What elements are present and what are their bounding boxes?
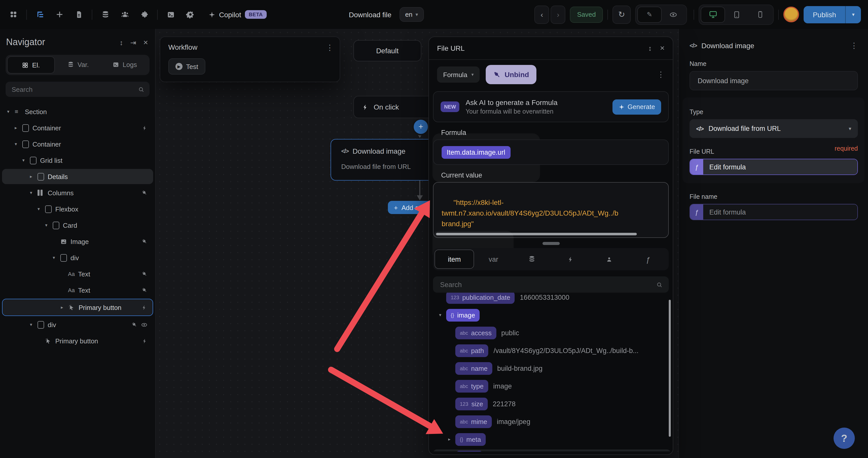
action-node-download-image[interactable]: </> Download image Download file from UR… xyxy=(331,139,436,181)
tree-row-container[interactable]: ▾ Container xyxy=(2,136,153,152)
apps-grid-icon[interactable] xyxy=(7,8,19,21)
caret-down-icon[interactable]: ▾ xyxy=(45,223,53,228)
resize-drag-handle[interactable] xyxy=(542,242,559,245)
tree-row-details[interactable]: ▸ Details xyxy=(2,169,153,184)
navigator-search-input[interactable] xyxy=(11,85,138,94)
redo-button[interactable]: › xyxy=(551,5,565,24)
add-step-plus-button[interactable]: + xyxy=(412,118,429,135)
tree-row-div[interactable]: ▾ div xyxy=(2,250,153,265)
panel-menu-kebab-icon[interactable]: ⋮ xyxy=(657,70,665,79)
collaborators-icon[interactable] xyxy=(119,8,131,21)
edit-mode-pencil-button[interactable]: ✎ xyxy=(637,6,662,23)
file-url-binding-panel: File URL ↕ × Formula ▾ Unbind ⋮ NEW Ask … xyxy=(428,36,673,455)
mobile-breakpoint-button[interactable] xyxy=(748,7,772,22)
caret-right-icon[interactable]: ▸ xyxy=(448,437,455,442)
caret-down-icon[interactable]: ▾ xyxy=(30,190,37,195)
caret-down-icon[interactable]: ▾ xyxy=(439,312,446,317)
test-workflow-button[interactable]: ▶ Test xyxy=(168,58,205,74)
tree-row-text[interactable]: Aa Text xyxy=(2,266,153,281)
tab-var[interactable]: var xyxy=(474,250,513,268)
caret-right-icon[interactable]: ▸ xyxy=(30,174,37,179)
data-row-access[interactable]: abcaccess public xyxy=(433,325,671,340)
data-row-image[interactable]: ▾ {}image xyxy=(433,307,671,323)
tree-row-primary-button-selected[interactable]: ▸ Primary button xyxy=(2,299,153,316)
close-icon[interactable]: × xyxy=(143,38,148,47)
caret-right-icon[interactable]: ▸ xyxy=(15,125,22,130)
data-row-type[interactable]: abctype image xyxy=(433,378,671,394)
binding-mode-dropdown[interactable]: Formula ▾ xyxy=(437,66,479,83)
tree-row-image[interactable]: Image xyxy=(2,234,153,249)
undo-button[interactable]: ‹ xyxy=(534,5,549,24)
user-avatar[interactable] xyxy=(783,7,799,22)
copilot-menu[interactable]: Copilot BETA xyxy=(208,10,267,19)
tree-row-grid-list[interactable]: ▾ Grid list xyxy=(2,153,153,168)
terminal-icon[interactable] xyxy=(165,8,177,21)
save-status-button[interactable]: Saved xyxy=(570,6,603,23)
navigator-tree-icon[interactable] xyxy=(34,8,46,21)
chevron-down-icon: ▾ xyxy=(471,72,473,77)
dock-right-icon[interactable]: ⇥ xyxy=(130,38,136,47)
tree-row-card[interactable]: ▾ Card xyxy=(2,218,153,233)
data-row-name[interactable]: abcname build-brand.jpg xyxy=(433,361,671,376)
sync-refresh-button[interactable]: ↻ xyxy=(613,5,631,24)
tree-row-primary-button[interactable]: Primary button xyxy=(2,333,153,348)
settings-gear-icon[interactable] xyxy=(184,8,196,21)
caret-down-icon[interactable]: ▾ xyxy=(22,158,30,163)
expand-collapse-icon[interactable]: ↕ xyxy=(648,44,652,52)
formula-editor[interactable]: Item.data.image.url xyxy=(433,140,669,165)
action-name-input[interactable] xyxy=(696,76,851,85)
tab-variables[interactable]: Var. xyxy=(55,56,101,72)
tree-row-columns[interactable]: ▾ Columns xyxy=(2,185,153,200)
help-button[interactable]: ? xyxy=(834,428,855,449)
caret-right-icon[interactable]: ▸ xyxy=(61,305,68,310)
tab-data-sources[interactable] xyxy=(513,250,551,268)
pages-icon[interactable] xyxy=(72,8,85,21)
caret-down-icon[interactable]: ▾ xyxy=(30,322,37,327)
inspector-menu-kebab-icon[interactable]: ⋮ xyxy=(850,41,858,50)
desktop-breakpoint-button[interactable] xyxy=(701,6,725,23)
vertical-scrollbar[interactable] xyxy=(669,300,671,437)
caret-down-icon[interactable]: ▾ xyxy=(15,142,22,147)
text-icon: Aa xyxy=(68,287,78,293)
data-sources-icon[interactable] xyxy=(99,8,112,21)
data-row-url[interactable]: abcurl https://x8ki-letl-twmt.n7.xano.io… xyxy=(433,449,671,451)
data-row-size[interactable]: 123size 221278 xyxy=(433,396,671,411)
publish-dropdown-chevron[interactable]: ▾ xyxy=(845,6,861,23)
expand-collapse-icon[interactable]: ↕ xyxy=(120,38,123,47)
data-row-mime[interactable]: abcmime image/jpeg xyxy=(433,414,671,429)
tab-workflows[interactable] xyxy=(551,250,590,268)
tree-row-flexbox[interactable]: ▾ Flexbox xyxy=(2,201,153,217)
file-url-formula-field[interactable]: ƒ Edit formula xyxy=(689,159,858,175)
tab-item[interactable]: item xyxy=(435,249,474,269)
tree-row-container[interactable]: ▸ Container xyxy=(2,120,153,135)
generate-button[interactable]: Generate xyxy=(613,99,661,114)
locale-dropdown[interactable]: en ▾ xyxy=(400,7,424,22)
caret-down-icon[interactable]: ▾ xyxy=(37,207,45,212)
tree-row-text[interactable]: Aa Text xyxy=(2,282,153,298)
tree-row-div[interactable]: ▾ div xyxy=(2,317,153,332)
workflow-menu-kebab-icon[interactable]: ⋮ xyxy=(326,43,334,52)
caret-down-icon[interactable]: ▾ xyxy=(7,109,15,114)
add-element-plus-icon[interactable] xyxy=(53,8,65,21)
horizontal-scrollbar[interactable] xyxy=(436,233,637,235)
publish-button[interactable]: Publish xyxy=(804,6,845,23)
plugins-puzzle-icon[interactable] xyxy=(138,8,150,21)
file-name-formula-field[interactable]: ƒ Edit formula xyxy=(689,204,858,220)
tree-row-section[interactable]: ▾ ≡ Section xyxy=(2,104,153,119)
data-search-input[interactable] xyxy=(439,280,656,289)
action-type-select[interactable]: </> Download file from URL ▾ xyxy=(689,119,858,138)
unbind-button[interactable]: Unbind xyxy=(486,65,536,84)
tab-elements[interactable]: El. xyxy=(7,56,55,73)
caret-down-icon[interactable]: ▾ xyxy=(53,255,60,260)
data-row-meta[interactable]: ▸ {}meta xyxy=(433,432,671,447)
tablet-breakpoint-button[interactable] xyxy=(725,7,748,22)
formula-token-chip[interactable]: Item.data.image.url xyxy=(442,146,510,158)
data-row-publication-date[interactable]: 123publication_date 1660053313000 xyxy=(433,293,671,305)
data-row-path[interactable]: abcpath /vault/8Y4S6yg2/D3ULO5pJ/ADt_Wg.… xyxy=(433,343,671,358)
tab-user[interactable] xyxy=(590,250,628,268)
close-icon[interactable]: × xyxy=(660,43,665,53)
tab-logs[interactable]: Logs xyxy=(101,56,148,72)
preview-mode-eye-button[interactable] xyxy=(662,7,685,22)
canvas-tab-default[interactable]: Default xyxy=(353,40,421,61)
tab-functions[interactable]: ƒ xyxy=(629,250,667,268)
